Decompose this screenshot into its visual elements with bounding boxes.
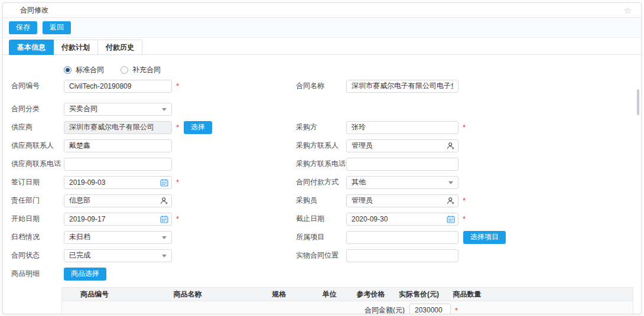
tab-payment-history[interactable]: 付款历史 [98,40,142,55]
required-mark: * [176,82,179,90]
person-add-icon[interactable] [160,197,168,205]
save-button[interactable]: 保存 [9,21,37,34]
basic-info-form: 标准合同 补充合同 合同编号 * 合同名称 [3,55,641,314]
dept-label: 责任部门 [11,196,64,206]
start-date-label: 开始日期 [11,214,64,224]
required-mark: * [463,197,466,204]
product-detail-label: 商品明细 [11,269,64,279]
purchaser-contact-input[interactable] [346,139,458,152]
archive-select[interactable] [64,231,172,244]
purchaser-label: 采购方 [296,122,346,132]
radio-supplement-label: 补充合同 [132,65,161,75]
supplier-contact-input[interactable] [64,139,172,152]
person-add-icon[interactable] [447,142,455,150]
sign-date-input[interactable] [64,176,172,189]
required-mark: * [176,178,179,186]
required-mark: * [176,215,179,223]
tab-payment-plan[interactable]: 付款计划 [54,40,98,55]
status-label: 合同状态 [11,250,64,260]
contract-kind-radios: 标准合同 补充合同 [64,63,641,77]
buyer-label: 采购员 [296,196,346,206]
col-unit: 单位 [310,289,349,299]
end-date-label: 截止日期 [296,214,346,224]
radio-standard-label: 标准合同 [76,65,104,75]
pay-method-label: 合同付款方式 [296,177,346,187]
contract-edit-panel: 合同修改 ☆ 保存 返回 基本信息 付款计划 付款历史 标准合同 补充合同 合同 [2,2,642,314]
contract-type-select[interactable] [64,103,172,116]
status-select[interactable] [64,249,172,262]
page-title: 合同修改 [20,5,48,15]
purchaser-phone-input[interactable] [346,158,458,171]
contract-no-input[interactable] [64,80,172,93]
back-button[interactable]: 返回 [43,21,71,34]
contract-no-label: 合同编号 [11,81,64,91]
supplier-input [64,121,172,134]
contract-amount-label: 合同金额(元) [365,305,405,315]
radio-unselected-icon [121,66,128,74]
radio-selected-icon [64,66,71,74]
col-product-no: 商品编号 [62,289,127,299]
panel-header: 合同修改 ☆ [3,3,641,18]
project-input[interactable] [346,231,458,244]
col-spec: 规格 [248,289,310,299]
col-ref-price: 参考价格 [349,289,393,299]
required-mark: * [176,123,179,131]
sign-date-label: 签订日期 [11,177,64,187]
col-product-name: 商品名称 [127,289,248,299]
location-input[interactable] [346,249,458,262]
col-actual-price: 实际售价(元) [393,289,445,299]
tab-strip: 基本信息 付款计划 付款历史 [3,38,641,55]
scrollbar-thumb[interactable] [637,89,639,115]
required-mark: * [463,215,466,223]
purchaser-input[interactable] [346,121,458,134]
supplier-phone-input[interactable] [64,158,172,171]
col-quantity: 商品数量 [445,289,489,299]
supplier-select-button[interactable]: 选择 [184,121,212,134]
supplier-phone-label: 供应商联系电话 [11,159,64,169]
buyer-input[interactable] [346,194,458,207]
archive-label: 归档情况 [11,232,64,242]
radio-supplement-contract[interactable]: 补充合同 [121,65,161,75]
toolbar: 保存 返回 [3,18,641,38]
project-label: 所属项目 [296,232,346,242]
contract-type-label: 合同分类 [11,104,64,114]
supplier-label: 供应商 [11,122,64,132]
location-label: 实物合同位置 [296,250,346,260]
supplier-contact-label: 供应商联系人 [11,141,64,151]
radio-standard-contract[interactable]: 标准合同 [64,65,104,75]
pay-method-select[interactable] [346,176,458,189]
dept-input[interactable] [64,194,172,207]
tab-basic-info[interactable]: 基本信息 [9,40,54,55]
start-date-input[interactable] [64,213,172,226]
contract-amount-input[interactable] [409,304,451,314]
calendar-icon[interactable] [160,215,168,223]
product-table: 商品编号 商品名称 规格 单位 参考价格 实际售价(元) 商品数量 合同金额(元… [61,287,633,314]
contract-amount-row: 合同金额(元) * [62,301,633,314]
end-date-input[interactable] [346,213,458,226]
project-select-button[interactable]: 选择项目 [463,231,506,244]
product-select-button[interactable]: 商品选择 [64,268,106,281]
required-mark: * [463,123,466,131]
product-table-header: 商品编号 商品名称 规格 单位 参考价格 实际售价(元) 商品数量 [62,288,633,301]
purchaser-phone-label: 采购方联系电话 [296,159,346,169]
contract-name-input[interactable] [346,80,458,93]
person-add-icon[interactable] [447,197,455,205]
calendar-icon[interactable] [160,178,168,187]
calendar-icon[interactable] [447,215,455,223]
purchaser-contact-label: 采购方联系人 [296,141,346,151]
contract-name-label: 合同名称 [296,81,346,91]
favorite-star-icon[interactable]: ☆ [624,6,632,15]
required-mark: * [455,307,458,314]
